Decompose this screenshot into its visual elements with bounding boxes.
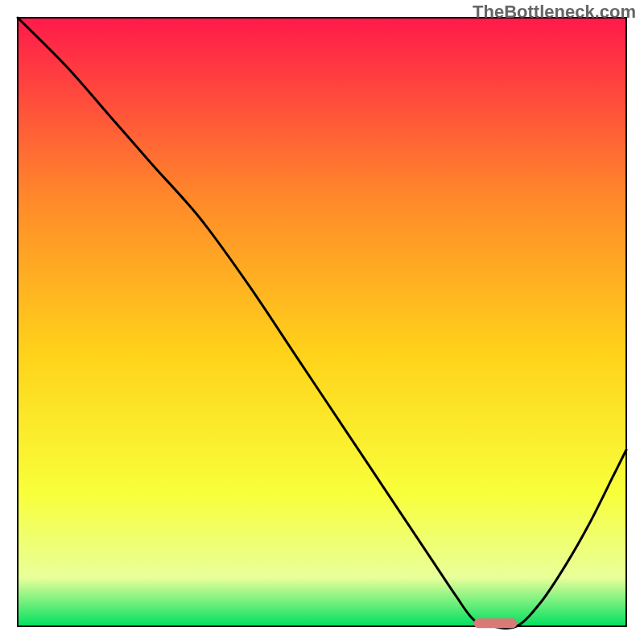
- bottleneck-chart: [0, 0, 644, 644]
- optimum-marker: [474, 618, 517, 628]
- plot-background: [18, 18, 626, 626]
- chart-container: { "watermark": "TheBottleneck.com", "col…: [0, 0, 644, 644]
- watermark-text: TheBottleneck.com: [473, 2, 636, 23]
